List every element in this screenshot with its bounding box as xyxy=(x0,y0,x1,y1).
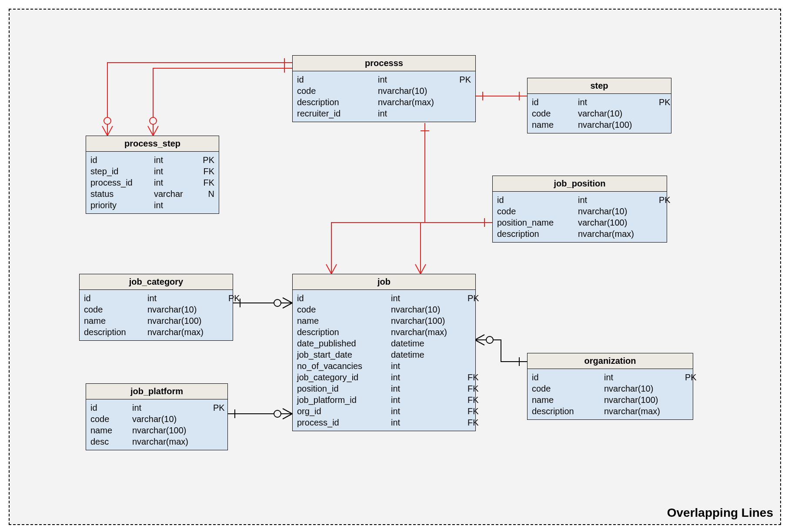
entity-body: idintPKstep_idintFKprocess_idintFKstatus… xyxy=(86,152,219,213)
col-name: job_start_date xyxy=(297,349,384,360)
col-type: int xyxy=(578,194,652,206)
column-row: codenvarchar(10) xyxy=(84,304,228,315)
relation-processs-to-processstep-a xyxy=(107,63,292,136)
column-row: descriptionnvarchar(max) xyxy=(297,326,471,338)
column-row: codevarchar(10) xyxy=(532,108,667,119)
col-name: id xyxy=(90,402,125,413)
column-row: no_of_vacanciesint xyxy=(297,360,471,372)
entity-job-category: job_category idintPKcodenvarchar(10)name… xyxy=(79,274,233,341)
column-row: descnvarchar(max) xyxy=(90,436,223,447)
col-name: name xyxy=(84,315,140,326)
entity-title: process_step xyxy=(86,136,219,152)
col-key: N xyxy=(208,188,214,200)
col-type: int xyxy=(378,108,452,119)
svg-line-13 xyxy=(326,264,331,274)
col-name: id xyxy=(84,293,140,304)
caption-label: Overlapping Lines xyxy=(667,506,773,520)
col-type: varchar xyxy=(154,188,193,200)
col-type: nvarchar(max) xyxy=(391,326,461,338)
col-type: nvarchar(100) xyxy=(604,394,678,406)
svg-line-27 xyxy=(283,414,292,419)
entity-title: job_category xyxy=(80,274,233,290)
entity-body: idintPKcodenvarchar(10)namenvarchar(100)… xyxy=(293,290,475,431)
col-name: id xyxy=(497,194,571,206)
column-row: job_category_idintFK xyxy=(297,372,471,383)
col-type: nvarchar(100) xyxy=(147,315,221,326)
column-row: idintPK xyxy=(297,74,471,85)
col-name: code xyxy=(297,85,371,96)
column-row: org_idintFK xyxy=(297,406,471,417)
svg-line-26 xyxy=(283,409,292,414)
col-name: code xyxy=(297,304,384,315)
col-name: date_published xyxy=(297,338,384,349)
col-name: code xyxy=(84,304,140,315)
col-name: description xyxy=(532,406,597,417)
col-name: code xyxy=(497,206,571,217)
col-name: position_name xyxy=(497,217,571,228)
relation-processs-to-processstep-b xyxy=(153,68,292,136)
col-name: priority xyxy=(90,200,147,211)
column-row: codenvarchar(10) xyxy=(297,85,471,96)
col-type: int xyxy=(391,406,461,417)
entity-body: idintPKcodenvarchar(10)namenvarchar(100)… xyxy=(80,290,233,340)
column-row: date_publisheddatetime xyxy=(297,338,471,349)
col-type: nvarchar(10) xyxy=(378,85,452,96)
entity-title: organization xyxy=(528,353,693,369)
column-row: priorityint xyxy=(90,200,214,211)
svg-line-17 xyxy=(415,264,421,274)
column-row: idintPK xyxy=(84,293,228,304)
entity-body: idintPKcodenvarchar(10)position_namevarc… xyxy=(493,192,667,242)
diagram-frame: processs idintPKcodenvarchar(10)descript… xyxy=(9,9,781,525)
entity-body: idintPKcodevarchar(10)namenvarchar(100)d… xyxy=(86,399,227,450)
col-key: FK xyxy=(467,372,479,383)
col-name: id xyxy=(532,372,597,383)
col-name: id xyxy=(90,154,147,166)
col-key: PK xyxy=(659,194,671,206)
col-name: status xyxy=(90,188,147,200)
entity-title: job_platform xyxy=(86,384,227,399)
col-type: int xyxy=(391,417,461,428)
column-row: process_idintFK xyxy=(90,177,214,188)
entity-body: idintPKcodenvarchar(10)descriptionnvarch… xyxy=(293,71,475,122)
col-name: code xyxy=(90,413,125,425)
svg-point-11 xyxy=(150,117,157,124)
entity-processs: processs idintPKcodenvarchar(10)descript… xyxy=(292,55,476,122)
col-name: process_id xyxy=(90,177,147,188)
col-type: int xyxy=(154,166,193,177)
col-type: int xyxy=(391,383,461,394)
column-row: job_platform_idintFK xyxy=(297,394,471,406)
col-key: PK xyxy=(467,293,479,304)
column-row: codenvarchar(10) xyxy=(532,383,688,394)
col-type: int xyxy=(378,74,452,85)
col-type: nvarchar(max) xyxy=(132,436,206,447)
svg-line-22 xyxy=(283,303,292,308)
column-row: namenvarchar(100) xyxy=(90,425,223,436)
col-type: nvarchar(10) xyxy=(147,304,221,315)
col-name: no_of_vacancies xyxy=(297,360,384,372)
col-type: nvarchar(10) xyxy=(578,206,652,217)
col-name: recruiter_id xyxy=(297,108,371,119)
col-type: nvarchar(max) xyxy=(378,96,452,108)
entity-step: step idintPKcodevarchar(10)namenvarchar(… xyxy=(527,78,671,133)
col-key: FK xyxy=(467,417,479,428)
col-type: int xyxy=(147,293,221,304)
col-type: varchar(10) xyxy=(578,108,652,119)
col-name: desc xyxy=(90,436,125,447)
svg-point-24 xyxy=(274,299,281,306)
col-name: description xyxy=(297,326,384,338)
column-row: namenvarchar(100) xyxy=(532,119,667,130)
col-name: description xyxy=(297,96,371,108)
col-key: FK xyxy=(203,177,214,188)
svg-line-8 xyxy=(148,126,153,136)
col-key: PK xyxy=(228,293,240,304)
col-type: nvarchar(max) xyxy=(604,406,678,417)
col-name: position_id xyxy=(297,383,384,394)
column-row: descriptionnvarchar(max) xyxy=(297,96,471,108)
column-row: statusvarcharN xyxy=(90,188,214,200)
col-name: process_id xyxy=(297,417,384,428)
column-row: recruiter_idint xyxy=(297,108,471,119)
svg-line-4 xyxy=(107,126,113,136)
col-name: name xyxy=(532,394,597,406)
col-key: FK xyxy=(467,406,479,417)
col-key: PK xyxy=(685,372,697,383)
